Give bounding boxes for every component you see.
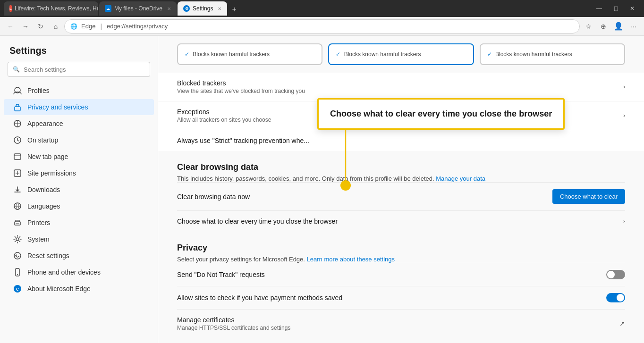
sidebar-item-new-tab[interactable]: New tab page: [4, 149, 154, 165]
sidebar-item-profiles[interactable]: Profiles: [4, 83, 154, 99]
tab-lifewire[interactable]: L Lifewire: Tech News, Reviews, He ✕: [4, 1, 98, 16]
phone-label: Phone and other devices: [27, 268, 101, 276]
collections-icon: ⊕: [601, 23, 606, 30]
forward-button[interactable]: →: [19, 20, 32, 33]
new-tab-button[interactable]: +: [228, 3, 240, 16]
new-tab-label: New tab page: [27, 153, 68, 160]
tab-onedrive-close[interactable]: ✕: [167, 6, 171, 11]
sidebar-item-languages[interactable]: Languages: [4, 198, 154, 214]
exceptions-row[interactable]: Exceptions Allow all trackers on sites y…: [158, 101, 644, 130]
choose-what-to-clear-button[interactable]: Choose what to clear: [552, 189, 625, 204]
blocked-trackers-chevron: ›: [623, 84, 625, 90]
clear-browsing-desc-emphasis: Only data from this profile will be dele…: [322, 175, 434, 182]
search-icon: 🔍: [13, 66, 20, 73]
edge-logo-icon: 🌐: [70, 23, 77, 30]
languages-label: Languages: [27, 202, 60, 210]
restore-button[interactable]: ⎕: [609, 3, 623, 14]
sidebar-item-about[interactable]: e About Microsoft Edge: [4, 281, 154, 297]
sidebar-item-system[interactable]: System: [4, 231, 154, 247]
address-text: edge://settings/privacy: [107, 23, 574, 30]
home-button[interactable]: ⌂: [49, 20, 62, 33]
privacy-heading: Privacy: [177, 243, 625, 253]
search-input[interactable]: [24, 66, 145, 73]
sidebar-item-site-permissions[interactable]: Site permissions: [4, 165, 154, 181]
collections-button[interactable]: ⊕: [597, 20, 610, 33]
tracker-card-balanced[interactable]: ✓ Blocks known harmful trackers: [328, 43, 474, 65]
sidebar-item-phone[interactable]: Phone and other devices: [4, 264, 154, 280]
privacy-desc-start: Select your privacy settings for Microso…: [177, 256, 307, 263]
tab-lifewire-label: Lifewire: Tech News, Reviews, He: [15, 5, 98, 12]
refresh-button[interactable]: ↻: [34, 20, 47, 33]
manage-certs-row[interactable]: Manage certificates Manage HTTPS/SSL cer…: [177, 309, 625, 338]
privacy-label: Privacy and services: [27, 103, 88, 111]
sidebar-item-appearance[interactable]: Appearance: [4, 116, 154, 132]
lifewire-favicon: L: [9, 5, 12, 12]
tracker-card-balanced-label: Blocks known harmful trackers: [344, 51, 421, 58]
system-icon: [13, 235, 22, 243]
external-link-icon: ↗: [619, 320, 625, 327]
send-dnt-row: Send "Do Not Track" requests: [177, 263, 625, 286]
address-bar[interactable]: 🌐 Edge | edge://settings/privacy: [64, 19, 580, 33]
reset-label: Reset settings: [27, 252, 69, 259]
favorites-button[interactable]: ☆: [582, 20, 595, 33]
favorites-icon: ☆: [585, 23, 592, 30]
sidebar-item-printers[interactable]: Printers: [4, 215, 154, 231]
payment-methods-row: Allow sites to check if you have payment…: [177, 286, 625, 309]
languages-icon: [13, 202, 22, 210]
choose-close-row[interactable]: Choose what to clear every time you clos…: [177, 210, 625, 232]
blocked-trackers-row[interactable]: Blocked trackers View the sites that we'…: [158, 73, 644, 101]
profile-button[interactable]: 👤: [612, 20, 625, 33]
tracker-card-strict-label: Blocks known harmful trackers: [495, 51, 572, 58]
sidebar-item-downloads[interactable]: Downloads: [4, 182, 154, 198]
sidebar-item-reset[interactable]: Reset settings: [4, 248, 154, 264]
manage-certs-label: Manage certificates: [177, 316, 290, 324]
printers-label: Printers: [27, 219, 50, 226]
privacy-desc: Select your privacy settings for Microso…: [177, 256, 625, 263]
exceptions-sub: Allow all trackers on sites you choose: [177, 117, 271, 123]
learn-more-link[interactable]: Learn more about these settings: [307, 256, 395, 263]
downloads-label: Downloads: [27, 186, 60, 193]
tab-settings-label: Settings: [193, 5, 213, 12]
startup-icon: [13, 136, 22, 144]
payment-methods-toggle[interactable]: [606, 293, 625, 302]
back-button[interactable]: ←: [4, 20, 17, 33]
close-button[interactable]: ✕: [624, 3, 640, 14]
svg-rect-4: [14, 154, 21, 159]
site-permissions-label: Site permissions: [27, 169, 76, 177]
tracker-card-strict[interactable]: ✓ Blocks known harmful trackers: [480, 43, 625, 65]
settings-title: Settings: [0, 36, 158, 62]
tab-settings-close[interactable]: ✕: [218, 6, 221, 11]
send-dnt-toggle[interactable]: [606, 270, 625, 279]
tab-settings[interactable]: ⚙ Settings ✕: [178, 1, 227, 16]
appearance-icon: [13, 119, 22, 128]
sidebar-item-privacy[interactable]: Privacy and services: [4, 99, 154, 115]
tracker-card-basic[interactable]: ✓ Blocks known harmful trackers: [177, 43, 322, 65]
address-separator: |: [100, 23, 102, 30]
phone-icon: [13, 268, 22, 276]
system-label: System: [27, 235, 50, 243]
clear-now-label: Clear browsing data now: [177, 193, 250, 201]
edge-favicon: ⚙: [183, 5, 190, 12]
more-button[interactable]: ···: [627, 20, 640, 33]
check-icon: ✓: [185, 51, 189, 58]
printers-icon: [13, 218, 22, 227]
manage-certs-sub: Manage HTTPS/SSL certificates and settin…: [177, 325, 290, 331]
tab-onedrive[interactable]: ☁ My files - OneDrive ✕: [99, 1, 177, 16]
search-box[interactable]: 🔍: [8, 62, 150, 77]
profiles-label: Profiles: [27, 87, 50, 94]
tab-onedrive-label: My files - OneDrive: [114, 5, 162, 12]
svg-text:e: e: [16, 286, 19, 292]
always-use-label: Always use "Strict" tracking prevention …: [177, 137, 309, 144]
more-icon: ···: [631, 23, 636, 30]
clear-browsing-heading: Clear browsing data: [177, 162, 625, 172]
blocked-trackers-sub: View the sites that we've blocked from t…: [177, 88, 305, 94]
sidebar-item-on-startup[interactable]: On startup: [4, 132, 154, 148]
clear-browsing-section: Clear browsing data This includes histor…: [177, 162, 625, 232]
manage-your-data-link[interactable]: Manage your data: [436, 175, 485, 182]
always-use-row: Always use "Strict" tracking prevention …: [158, 130, 644, 151]
minimize-button[interactable]: —: [591, 3, 608, 14]
clear-now-row: Clear browsing data now Choose what to c…: [177, 182, 625, 210]
about-edge-label: About Microsoft Edge: [27, 285, 91, 293]
onedrive-favicon: ☁: [105, 5, 111, 12]
blocked-trackers-label: Blocked trackers: [177, 79, 305, 87]
